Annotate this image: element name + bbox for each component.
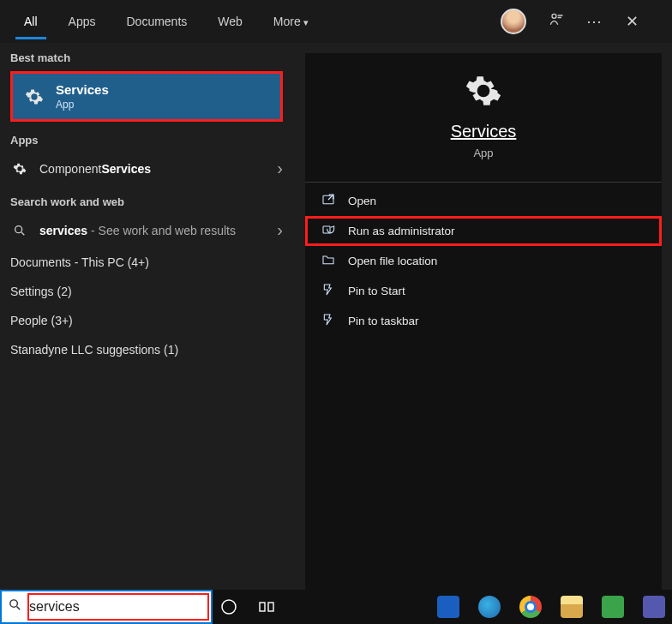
best-match-item[interactable]: Services App (10, 71, 283, 122)
web-services-item[interactable]: services - See work and web results › (0, 213, 293, 247)
work-web-label: Search work and web (0, 187, 293, 212)
svg-point-0 (552, 14, 556, 18)
cortana-icon[interactable] (219, 597, 238, 616)
settings-item[interactable]: Settings (2) (0, 278, 293, 305)
tab-all[interactable]: All (15, 4, 46, 39)
open-icon (321, 193, 336, 209)
best-match-title: Services (56, 82, 109, 97)
action-open[interactable]: Open (305, 186, 662, 216)
best-match-subtitle: App (56, 99, 109, 111)
component-services-icon (12, 161, 27, 177)
svg-point-5 (222, 600, 236, 614)
feedback-icon[interactable] (543, 11, 569, 33)
detail-gear-icon (465, 72, 502, 110)
admin-shield-icon (321, 223, 336, 239)
action-run-admin[interactable]: Run as administrator (305, 216, 662, 246)
taskbar-explorer-icon[interactable] (561, 596, 583, 618)
svg-point-4 (9, 600, 16, 608)
close-icon[interactable]: ✕ (619, 12, 645, 31)
detail-subtitle: App (305, 147, 662, 159)
chevron-right-icon: › (277, 159, 283, 178)
taskbar (213, 590, 672, 624)
people-item[interactable]: People (3+) (0, 307, 293, 334)
search-input[interactable] (29, 599, 207, 615)
task-view-icon[interactable] (257, 597, 276, 616)
detail-divider (305, 182, 662, 183)
taskbar-chrome-icon[interactable] (519, 596, 542, 618)
folder-icon (321, 253, 336, 269)
svg-rect-7 (268, 603, 273, 611)
search-box[interactable] (0, 590, 213, 624)
detail-title[interactable]: Services (305, 122, 662, 141)
tab-apps[interactable]: Apps (60, 4, 105, 39)
component-services-prefix: Component (39, 162, 101, 176)
apps-label: Apps (0, 125, 293, 150)
tab-more[interactable]: More (265, 4, 317, 39)
best-match-label: Best match (0, 43, 293, 71)
search-glyph-icon (12, 223, 27, 238)
detail-pane: Services App Open Run as administrator O… (305, 53, 662, 590)
web-services-bold: services (39, 224, 87, 237)
taskbar-edge-icon[interactable] (478, 596, 501, 618)
taskbar-teams-icon[interactable] (643, 596, 665, 618)
action-pin-taskbar[interactable]: Pin to taskbar (305, 306, 662, 336)
documents-item[interactable]: Documents - This PC (4+) (0, 249, 293, 276)
pin-taskbar-icon (321, 313, 336, 329)
results-pane: Best match Services App Apps Component S… (0, 43, 293, 590)
action-open-location[interactable]: Open file location (305, 246, 662, 276)
filter-tabs: All Apps Documents Web More ⋯ ✕ (0, 0, 672, 43)
svg-point-1 (15, 225, 22, 232)
more-icon[interactable]: ⋯ (581, 12, 607, 31)
chevron-right-icon: › (277, 220, 283, 240)
taskbar-outlook-icon[interactable] (437, 596, 459, 618)
taskbar-green-app-icon[interactable] (602, 596, 624, 618)
component-services-bold: Services (101, 162, 151, 176)
services-gear-icon (25, 87, 44, 106)
component-services-item[interactable]: Component Services › (0, 152, 293, 185)
tab-web[interactable]: Web (209, 4, 251, 39)
pin-start-icon (321, 283, 336, 299)
user-avatar[interactable] (501, 9, 526, 34)
action-pin-start[interactable]: Pin to Start (305, 276, 662, 306)
tab-documents[interactable]: Documents (117, 4, 195, 39)
web-services-dim: - See work and web results (91, 224, 236, 237)
svg-rect-6 (260, 603, 265, 611)
search-icon (2, 597, 27, 616)
stanadyne-item[interactable]: Stanadyne LLC suggestions (1) (0, 336, 293, 363)
